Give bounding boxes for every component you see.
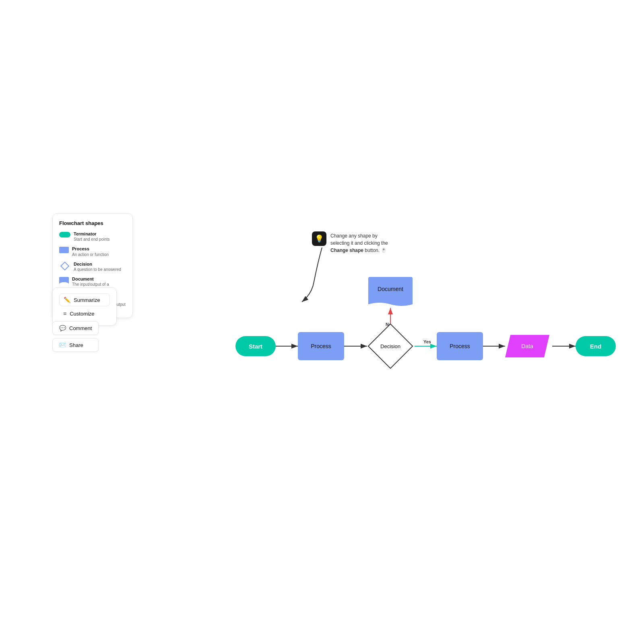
process-label: Process bbox=[72, 246, 109, 252]
legend-item-decision: Decision A question to be answered bbox=[59, 261, 126, 272]
document-label: Document bbox=[72, 276, 126, 282]
process-icon bbox=[59, 247, 69, 253]
document-node-label: Document bbox=[378, 286, 403, 292]
end-node-label: End bbox=[590, 343, 601, 350]
svg-text:Yes: Yes bbox=[423, 339, 431, 344]
share-label: Share bbox=[69, 342, 83, 348]
data-node-label: Data bbox=[521, 343, 533, 349]
summarize-icon: ✏️ bbox=[64, 297, 70, 303]
decision-label: Decision bbox=[74, 261, 121, 267]
summarize-button[interactable]: ✏️ Summarize bbox=[59, 293, 110, 306]
process2-node[interactable]: Process bbox=[437, 332, 483, 360]
share-icon: ✉️ bbox=[59, 342, 66, 348]
start-node-label: Start bbox=[249, 343, 262, 350]
customize-icon: ≡ bbox=[63, 310, 66, 317]
decision-node[interactable]: Decision bbox=[366, 326, 415, 366]
bulb-icon: 💡 bbox=[312, 231, 326, 246]
comment-button[interactable]: 💬 Comment bbox=[52, 321, 99, 335]
document-icon-legend bbox=[59, 277, 69, 284]
action-panel: 💬 Comment ✉️ Share bbox=[52, 321, 99, 352]
terminator-desc: Start and end points bbox=[74, 237, 110, 242]
decision-desc: A question to be answered bbox=[74, 267, 121, 272]
process2-node-label: Process bbox=[450, 343, 470, 349]
terminator-label: Terminator bbox=[74, 231, 110, 237]
decision-icon bbox=[59, 262, 70, 270]
customize-label: Customize bbox=[70, 311, 94, 317]
customize-button[interactable]: ≡ Customize bbox=[59, 309, 110, 320]
hint-box: 💡 Change any shape by selecting it and c… bbox=[312, 231, 395, 254]
comment-label: Comment bbox=[69, 325, 92, 331]
document-node[interactable]: Document bbox=[368, 277, 413, 308]
data-node[interactable]: Data bbox=[505, 335, 549, 357]
process-desc: An action or function bbox=[72, 252, 109, 257]
decision-node-label: Decision bbox=[380, 343, 400, 349]
share-button[interactable]: ✉️ Share bbox=[52, 338, 99, 352]
process1-node[interactable]: Process bbox=[298, 332, 344, 360]
start-node[interactable]: Start bbox=[235, 336, 276, 356]
hint-text: Change any shape by selecting it and cli… bbox=[330, 231, 395, 254]
end-node[interactable]: End bbox=[576, 336, 616, 356]
summarize-label: Summarize bbox=[74, 297, 100, 303]
legend-title: Flowchart shapes bbox=[59, 220, 126, 226]
toolbar-panel: ✏️ Summarize ≡ Customize bbox=[52, 287, 117, 326]
legend-item-terminator: Terminator Start and end points bbox=[59, 231, 126, 242]
legend-item-process: Process An action or function bbox=[59, 246, 126, 257]
comment-icon: 💬 bbox=[59, 325, 66, 331]
process1-node-label: Process bbox=[311, 343, 331, 349]
terminator-icon bbox=[59, 232, 70, 237]
